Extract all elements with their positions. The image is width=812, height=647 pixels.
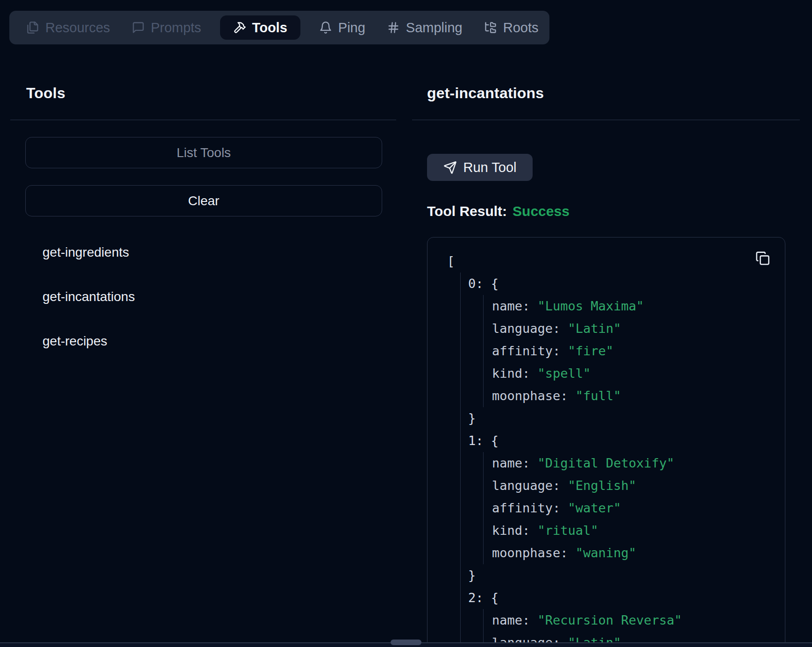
run-tool-button[interactable]: Run Tool bbox=[427, 154, 533, 181]
json-object-body: name: "Recursion Reversa"language: "Lati… bbox=[483, 609, 785, 647]
json-line: name: "Digital Detoxify" bbox=[484, 452, 785, 474]
json-object: 0: {name: "Lumos Maxima"language: "Latin… bbox=[461, 273, 785, 430]
tool-list-item[interactable]: get-ingredients bbox=[35, 238, 380, 266]
tool-list-item[interactable]: get-recipes bbox=[35, 327, 380, 355]
json-object-body: name: "Lumos Maxima"language: "Latin"aff… bbox=[483, 295, 785, 407]
tool-list: get-ingredientsget-incantationsget-recip… bbox=[35, 238, 380, 372]
tool-list-item[interactable]: get-incantations bbox=[35, 283, 380, 311]
tool-result-box: [0: {name: "Lumos Maxima"language: "Lati… bbox=[427, 237, 785, 647]
json-line: language: "English" bbox=[484, 474, 785, 497]
json-line: language: "Latin" bbox=[484, 317, 785, 340]
json-object: 1: {name: "Digital Detoxify"language: "E… bbox=[461, 430, 785, 587]
tool-result-status: Success bbox=[513, 203, 570, 219]
tool-result-line: Tool Result:Success bbox=[427, 202, 570, 220]
json-line: 2: { bbox=[461, 587, 785, 609]
json-line: kind: "ritual" bbox=[484, 519, 785, 542]
clear-button[interactable]: Clear bbox=[25, 185, 382, 216]
run-tool-label: Run Tool bbox=[463, 160, 517, 175]
json-line: [ bbox=[427, 250, 785, 273]
copy-icon bbox=[755, 251, 770, 266]
json-line: name: "Lumos Maxima" bbox=[484, 295, 785, 317]
json-line: affinity: "fire" bbox=[484, 340, 785, 362]
tool-result-label: Tool Result: bbox=[427, 203, 507, 219]
json-line: 0: { bbox=[461, 273, 785, 295]
json-line: name: "Recursion Reversa" bbox=[484, 609, 785, 632]
tool-detail-divider bbox=[412, 120, 800, 120]
json-line: kind: "spell" bbox=[484, 362, 785, 385]
json-tree: [0: {name: "Lumos Maxima"language: "Lati… bbox=[427, 237, 785, 647]
json-line: moonphase: "waning" bbox=[484, 542, 785, 564]
json-object-body: name: "Digital Detoxify"language: "Engli… bbox=[483, 452, 785, 564]
json-line: } bbox=[461, 407, 785, 430]
tool-detail-panel: get-incantations Run Tool Tool Result:Su… bbox=[412, 0, 800, 647]
json-line: moonphase: "full" bbox=[484, 385, 785, 407]
list-tools-button[interactable]: List Tools bbox=[25, 137, 382, 168]
copy-result-button[interactable] bbox=[753, 249, 772, 267]
send-icon bbox=[443, 161, 457, 174]
split-drag-handle[interactable] bbox=[391, 640, 421, 645]
json-line: } bbox=[461, 564, 785, 587]
json-array-body: 0: {name: "Lumos Maxima"language: "Latin… bbox=[460, 273, 785, 647]
tools-panel: Tools List Tools Clear get-ingredientsge… bbox=[9, 0, 396, 647]
tools-panel-divider bbox=[10, 120, 396, 120]
json-line: 1: { bbox=[461, 430, 785, 452]
tools-panel-title: Tools bbox=[26, 84, 65, 102]
json-line: affinity: "water" bbox=[484, 497, 785, 519]
tool-detail-title: get-incantations bbox=[427, 84, 544, 102]
json-object: 2: {name: "Recursion Reversa"language: "… bbox=[461, 587, 785, 647]
